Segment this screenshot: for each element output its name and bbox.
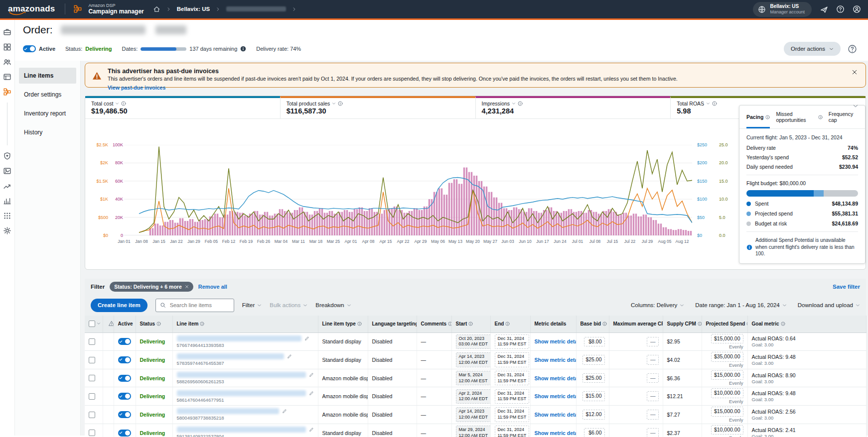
column-header-start[interactable]: Start [451,316,490,332]
user-icon[interactable] [853,5,861,13]
subnav-order-settings[interactable]: Order settings [19,87,76,103]
account-switcher[interactable]: Bellavix: US Manager account [753,2,812,17]
page-help-icon[interactable] [848,44,857,54]
show-metric-details-link[interactable]: Show metric details [535,430,577,436]
rail-item-creative[interactable] [3,167,11,175]
column-header-metric-details[interactable]: Metric details [530,316,576,332]
info-icon[interactable] [468,322,473,326]
remove-chip-icon[interactable] [185,285,189,289]
line-item-active-toggle[interactable] [118,430,131,437]
line-item-active-toggle[interactable] [118,375,131,382]
start-date-field[interactable]: Mar 29, 202412:00 AM EDT [456,426,491,437]
start-date-field[interactable]: Mar 5, 202412:00 AM EST [456,371,491,385]
row-checkbox[interactable] [89,357,95,363]
max-avg-cpm-field[interactable]: — [647,337,659,347]
column-header-active[interactable]: Active [114,316,136,332]
info-icon[interactable] [818,115,823,119]
rail-item-users[interactable] [3,58,11,66]
info-icon[interactable] [781,322,785,326]
edit-name-icon[interactable] [282,409,287,414]
filter-dropdown[interactable]: Filter [242,302,262,308]
row-checkbox[interactable] [89,430,95,436]
rail-item-flow[interactable] [3,88,11,96]
chevron-down-icon[interactable] [332,102,336,106]
info-icon[interactable] [240,46,246,52]
column-header-supply-cpm[interactable]: Supply CPM [663,316,702,332]
line-item-name-redacted[interactable] [177,353,284,359]
column-header-goal-metric[interactable]: Goal metric [747,316,866,332]
rail-item-apps[interactable] [3,212,11,220]
base-bid-field[interactable]: $8.00 [584,337,605,347]
base-bid-field[interactable]: $6.00 [584,428,605,437]
max-avg-cpm-field[interactable]: — [647,428,659,437]
select-all-checkbox[interactable] [89,321,95,327]
edit-name-icon[interactable] [309,391,314,396]
line-item-active-toggle[interactable] [118,411,131,418]
line-item-name-redacted[interactable] [177,427,306,433]
show-metric-details-link[interactable]: Show metric details [535,412,577,418]
end-date-field[interactable]: Dec 31, 202411:59 PM EST [495,352,530,367]
metric-tab-total-cost[interactable]: Total cost$19,486.50 [85,96,280,118]
end-date-field[interactable]: Dec 31, 202411:59 PM EST [495,389,530,404]
end-date-field[interactable]: Dec 31, 202411:59 PM EST [495,407,530,422]
row-checkbox[interactable] [89,412,95,418]
rail-item-card[interactable] [3,73,11,81]
line-item-name-redacted[interactable] [177,335,301,341]
start-date-field[interactable]: Oct 20, 202303:00 AM EDT [456,334,491,349]
remove-all-link[interactable]: Remove all [198,284,227,290]
info-icon[interactable] [712,101,717,106]
bulk-actions-dropdown[interactable]: Bulk actions [270,302,307,308]
info-icon[interactable] [518,101,523,106]
end-date-field[interactable]: Dec 31, 202411:59 PM EST [495,426,530,437]
info-icon[interactable] [200,322,204,326]
row-checkbox[interactable] [89,375,95,381]
subnav-history[interactable]: History [19,124,76,140]
breadcrumb-entity[interactable]: Bellavix: US [177,6,210,12]
max-avg-cpm-field[interactable]: — [647,373,659,383]
pacing-tab-pacing[interactable]: Pacing [746,111,770,128]
info-icon[interactable] [338,101,343,106]
metric-tab-impressions[interactable]: Impressions4,231,284 [475,96,671,118]
start-date-field[interactable]: Apr 14, 202312:00 AM EDT [456,407,491,422]
info-icon[interactable] [448,322,451,326]
line-item-name-redacted[interactable] [177,390,306,396]
show-metric-details-link[interactable]: Show metric details [535,338,577,344]
select-menu-caret[interactable] [97,322,101,326]
show-metric-details-link[interactable]: Show metric details [535,393,577,399]
subnav-line-items[interactable]: Line items [19,68,76,84]
breadcrumb-order-redacted[interactable] [226,6,286,11]
start-date-field[interactable]: Apr 2, 202412:00 AM EDT [456,389,491,404]
create-line-item-button[interactable]: Create line item [91,299,147,312]
line-item-active-toggle[interactable] [118,356,131,363]
line-item-active-toggle[interactable] [118,393,131,400]
status-filter-chip[interactable]: Status: Delivering + 6 more [110,282,193,292]
metric-tab-total-product-sales[interactable]: Total product sales$116,587.30 [280,96,475,118]
info-icon[interactable] [121,101,126,106]
view-invoices-link[interactable]: View past-due invoices [108,85,165,91]
chevron-down-icon[interactable] [512,102,516,106]
info-icon[interactable] [698,322,702,326]
column-header-language-targeting[interactable]: Language targeting [368,316,417,332]
edit-name-icon[interactable] [287,354,292,359]
column-header-comments[interactable]: Comments [417,316,451,332]
rail-item-analytics[interactable] [3,197,11,205]
date-range-dropdown[interactable]: Date range: Jan 1 - Aug 16, 2024 [695,302,786,308]
order-active-toggle[interactable] [23,45,36,52]
amazonads-logo[interactable]: amazonads [8,4,57,14]
show-metric-details-link[interactable]: Show metric details [535,357,577,363]
column-header-line-item[interactable]: Line item [172,316,318,332]
info-icon[interactable] [357,322,362,326]
rail-item-gear[interactable] [3,226,11,235]
rail-item-briefcase[interactable] [3,28,11,36]
line-item-active-toggle[interactable] [118,338,131,345]
subnav-inventory-report[interactable]: Inventory report [19,106,76,121]
max-avg-cpm-field[interactable]: — [647,391,659,401]
info-icon[interactable] [505,322,510,326]
end-date-field[interactable]: Dec 31, 202411:59 PM EST [495,334,530,349]
column-header-base-bid[interactable]: Base bid [576,316,609,332]
edit-name-icon[interactable] [304,336,309,341]
column-header-status[interactable]: Status [136,316,172,332]
end-date-field[interactable]: Dec 31, 202411:59 PM EST [495,371,530,385]
search-line-items[interactable] [155,299,234,312]
rail-item-trend[interactable] [3,182,11,190]
